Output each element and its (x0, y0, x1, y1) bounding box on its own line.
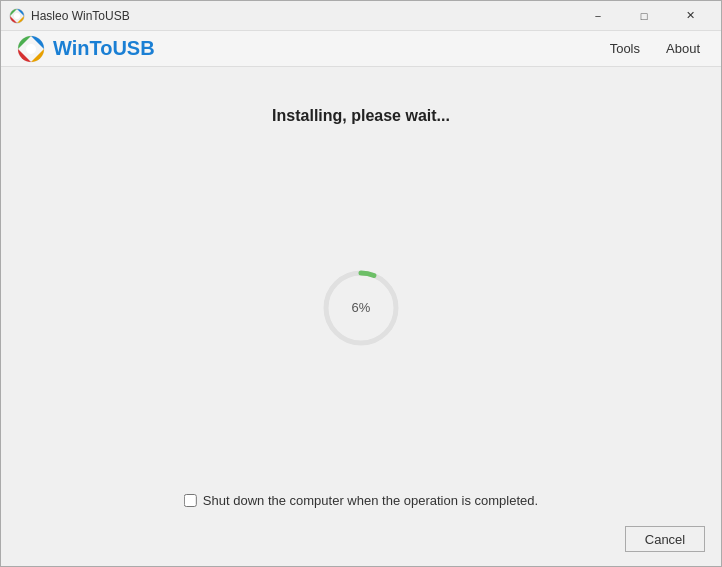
status-text: Installing, please wait... (272, 107, 450, 125)
cancel-button[interactable]: Cancel (625, 526, 705, 552)
progress-indicator: 6% (316, 263, 406, 353)
app-icon (9, 8, 25, 24)
app-name: WinToUSB (53, 37, 155, 60)
logo-icon (17, 35, 45, 63)
menu-items: Tools About (597, 36, 713, 61)
svg-point-3 (26, 44, 36, 54)
close-button[interactable]: ✕ (667, 1, 713, 31)
main-content: Installing, please wait... 6% Shut down … (1, 67, 721, 567)
titlebar: Hasleo WinToUSB − □ ✕ (1, 1, 721, 31)
progress-label: 6% (352, 300, 371, 315)
shutdown-label[interactable]: Shut down the computer when the operatio… (203, 493, 538, 508)
shutdown-checkbox[interactable] (184, 494, 197, 507)
menubar: WinToUSB Tools About (1, 31, 721, 67)
svg-point-1 (14, 13, 20, 19)
window-title: Hasleo WinToUSB (31, 9, 575, 23)
shutdown-checkbox-area: Shut down the computer when the operatio… (184, 493, 538, 508)
window-controls: − □ ✕ (575, 1, 713, 31)
cancel-button-area: Cancel (625, 526, 705, 552)
minimize-button[interactable]: − (575, 1, 621, 31)
logo-area: WinToUSB (9, 35, 597, 63)
tools-menu[interactable]: Tools (597, 36, 653, 61)
about-menu[interactable]: About (653, 36, 713, 61)
maximize-button[interactable]: □ (621, 1, 667, 31)
